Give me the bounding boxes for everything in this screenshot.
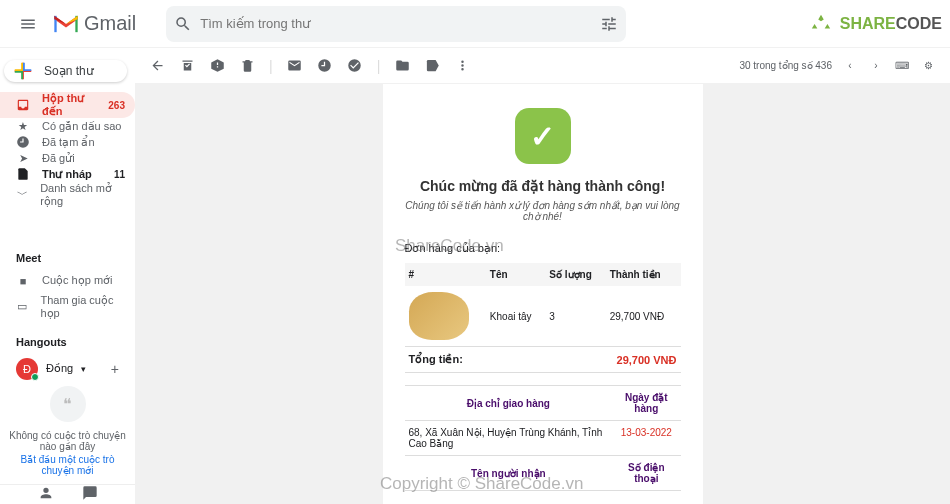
delete-icon[interactable]: [239, 58, 255, 74]
addr-header: Địa chỉ giao hàng: [405, 386, 613, 421]
next-icon[interactable]: ›: [868, 58, 884, 74]
order-table: # Tên Số lượng Thành tiền Khoai tây 3 29…: [405, 263, 681, 373]
video-icon: ■: [16, 274, 30, 288]
chevron-down-icon: ﹀: [16, 188, 28, 202]
user-name: Đồng: [46, 362, 73, 375]
th-idx: #: [405, 263, 486, 286]
success-icon: ✓: [515, 108, 571, 164]
task-icon[interactable]: [347, 58, 363, 74]
ship-date: 13-03-2022: [612, 421, 680, 456]
meet-label: Cuộc họp mới: [42, 274, 113, 287]
toolbar-right: 30 trong tổng số 436 ‹ › ⌨ ⚙: [739, 58, 936, 74]
gmail-text: Gmail: [84, 12, 136, 35]
chat-bubble-icon: ❝: [50, 386, 86, 422]
draft-icon: [16, 167, 30, 181]
archive-icon[interactable]: [179, 58, 195, 74]
email-card: ✓ Chúc mừng đã đặt hàng thành công! Chún…: [383, 84, 703, 504]
table-header-row: # Tên Số lượng Thành tiền: [405, 263, 681, 286]
plus-icon: [12, 60, 34, 82]
back-icon[interactable]: [149, 58, 165, 74]
nav-drafts[interactable]: Thư nháp 11: [0, 166, 135, 182]
snooze-icon[interactable]: [317, 58, 333, 74]
recycle-icon: [810, 13, 832, 35]
gmail-icon: [52, 13, 80, 35]
start-chat-link[interactable]: Bắt đầu một cuộc trò chuyện mới: [8, 454, 127, 476]
compose-button[interactable]: Soạn thư: [4, 60, 127, 82]
order-label: Đơn hàng của bạn:: [405, 242, 681, 255]
hangout-user[interactable]: Đ Đồng ▾ +: [0, 352, 135, 386]
tune-icon[interactable]: [600, 15, 618, 33]
avatar: Đ: [16, 358, 38, 380]
more-icon[interactable]: [454, 58, 470, 74]
header-right: SHARECODE: [810, 13, 942, 35]
meet-section: Meet ■ Cuộc họp mới ▭ Tham gia cuộc họp: [0, 248, 135, 320]
date-header: Ngày đặt hàng: [612, 386, 680, 421]
nav-label: Hộp thư đến: [42, 92, 96, 118]
product-qty: 3: [545, 286, 605, 347]
phone-header: Số điện thoại: [612, 456, 680, 491]
total-label: Tổng tiền:: [405, 347, 546, 373]
bottom-icons: [0, 484, 135, 504]
nav-count: 11: [114, 169, 125, 180]
th-total: Thành tiền: [606, 263, 681, 286]
ship-header-row2: Tên người nhận Số điện thoại: [405, 456, 681, 491]
compose-label: Soạn thư: [44, 64, 94, 78]
nav-starred[interactable]: ★ Có gắn dấu sao: [0, 118, 135, 134]
unread-icon[interactable]: [287, 58, 303, 74]
ship-table: Địa chỉ giao hàng Ngày đặt hàng 68, Xã X…: [405, 385, 681, 491]
keyboard-icon: ▭: [16, 300, 28, 314]
empty-chat: ❝ Không có cuộc trò chuyện nào gần đây B…: [0, 386, 135, 484]
header: Gmail SHARECODE: [0, 0, 950, 48]
main: Soạn thư Hộp thư đến 263 ★ Có gắn dấu sa…: [0, 48, 950, 504]
nav-label: Danh sách mở rộng: [40, 182, 125, 208]
th-qty: Số lượng: [545, 263, 605, 286]
pagination-text: 30 trong tổng số 436: [739, 60, 832, 71]
move-icon[interactable]: [394, 58, 410, 74]
nav-label: Thư nháp: [42, 168, 92, 181]
nav-label: Đã tạm ẩn: [42, 136, 95, 149]
inbox-icon: [16, 98, 30, 112]
add-contact-icon[interactable]: +: [111, 361, 119, 377]
settings-icon[interactable]: ⚙: [920, 58, 936, 74]
keyboard-icon[interactable]: ⌨: [894, 58, 910, 74]
hangouts-title: Hangouts: [0, 332, 135, 352]
nav-label: Có gắn dấu sao: [42, 120, 121, 133]
success-title: Chúc mừng đã đặt hàng thành công!: [405, 178, 681, 194]
label-icon[interactable]: [424, 58, 440, 74]
content: | | 30 trong tổng số 436 ‹ › ⌨ ⚙ ✓ Chúc …: [135, 48, 950, 504]
product-price: 29,700 VNĐ: [606, 286, 681, 347]
success-subtitle: Chúng tôi sẽ tiến hành xử lý đơn hàng sớ…: [405, 200, 681, 222]
nav-inbox[interactable]: Hộp thư đến 263: [0, 92, 135, 118]
sharecode-logo: SHARECODE: [840, 15, 942, 33]
meet-join[interactable]: ▭ Tham gia cuộc họp: [0, 294, 135, 320]
star-icon: ★: [16, 119, 30, 133]
product-image-cell: [405, 286, 486, 347]
meet-new[interactable]: ■ Cuộc họp mới: [0, 268, 135, 294]
spam-icon[interactable]: [209, 58, 225, 74]
search-icon: [174, 15, 192, 33]
meet-label: Tham gia cuộc họp: [40, 294, 125, 320]
email-body: ✓ Chúc mừng đã đặt hàng thành công! Chún…: [135, 84, 950, 504]
prev-icon[interactable]: ‹: [842, 58, 858, 74]
status-dot: [31, 373, 39, 381]
nav-snoozed[interactable]: Đã tạm ẩn: [0, 134, 135, 150]
toolbar: | | 30 trong tổng số 436 ‹ › ⌨ ⚙: [135, 48, 950, 84]
clock-icon: [16, 135, 30, 149]
ship-data-row: 68, Xã Xuân Nội, Huyện Trùng Khánh, Tỉnh…: [405, 421, 681, 456]
chat-icon[interactable]: [82, 485, 98, 504]
nav-sent[interactable]: ➤ Đã gửi: [0, 150, 135, 166]
nav-more[interactable]: ﹀ Danh sách mở rộng: [0, 182, 135, 208]
ship-addr: 68, Xã Xuân Nội, Huyện Trùng Khánh, Tỉnh…: [405, 421, 613, 456]
sidebar: Soạn thư Hộp thư đến 263 ★ Có gắn dấu sa…: [0, 48, 135, 504]
gmail-logo[interactable]: Gmail: [52, 12, 136, 35]
person-icon[interactable]: [38, 485, 54, 504]
ship-header-row: Địa chỉ giao hàng Ngày đặt hàng: [405, 386, 681, 421]
product-image: [409, 292, 469, 340]
total-amount: 29,700 VNĐ: [545, 347, 680, 373]
nav-count: 263: [108, 100, 125, 111]
meet-title: Meet: [0, 248, 135, 268]
hangouts-section: Hangouts Đ Đồng ▾ +: [0, 332, 135, 386]
menu-button[interactable]: [8, 4, 48, 44]
search-input[interactable]: [192, 16, 600, 31]
search-bar[interactable]: [166, 6, 626, 42]
